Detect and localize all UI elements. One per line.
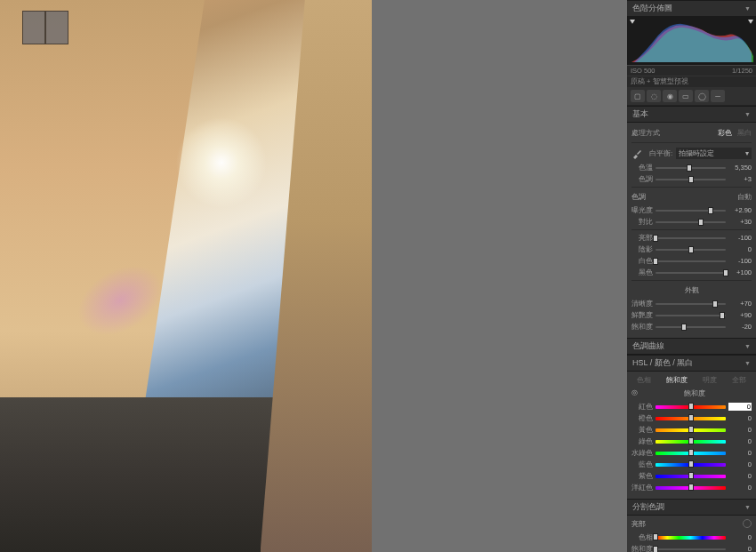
iso-label: ISO 500 [631,67,655,75]
treatment-bw[interactable]: 黑白 [737,128,752,138]
highlights-slider[interactable] [655,234,726,243]
histogram-display[interactable] [627,17,756,66]
exposure-slider[interactable] [655,206,726,215]
hsl-red-slider[interactable] [655,403,726,412]
shadows-slider[interactable] [655,245,726,254]
hsl-purple-label: 紫色 [631,471,653,481]
canvas-area[interactable] [0,0,627,552]
highlight-swatch[interactable] [743,519,752,528]
split-hl-sat-label: 飽和度 [631,544,653,552]
clarity-label: 清晰度 [631,299,653,308]
contrast-slider[interactable] [655,218,726,227]
tint-value[interactable]: +3 [728,175,752,183]
chevron-down-icon: ▾ [745,149,749,157]
vibrance-value[interactable]: +90 [728,311,752,319]
shadows-value[interactable]: 0 [728,245,752,253]
temp-slider[interactable] [655,164,726,172]
radial-tool[interactable]: ◯ [695,90,709,102]
split-hl-hue-slider[interactable] [655,533,726,542]
highlights-value[interactable]: -100 [728,234,752,242]
target-icon[interactable]: ◎ [631,388,638,398]
spot-tool[interactable]: ◌ [647,90,661,102]
split-hl-hue-value[interactable]: 0 [728,533,752,541]
highlights-label: 亮部 [631,233,653,243]
hsl-green-value[interactable]: 0 [728,437,752,445]
crop-tool[interactable]: ▢ [631,90,645,102]
app-root: 色階分佈圖 ▼ ISO 500 1/1250 原稿 + 智慧型預視 ▢ ◌ ◉ … [0,0,756,552]
basic-section: 處理方式 彩色 黑白 白平衡: 拍攝時設定 ▾ [627,123,756,338]
redeye-tool[interactable]: ◉ [663,90,677,102]
tone-label: 色調 [631,192,646,202]
saturation-label: 飽和度 [631,322,653,332]
hsl-orange-value[interactable]: 0 [728,414,752,422]
hsl-yellow-slider[interactable] [655,426,726,435]
whites-value[interactable]: -100 [728,257,752,265]
blacks-value[interactable]: +100 [728,268,752,276]
whites-slider[interactable] [655,257,726,266]
hsl-tab-hue[interactable]: 色相 [637,375,651,385]
split-header[interactable]: 分割色調 ▼ [627,499,756,516]
auto-tone-button[interactable]: 自動 [737,192,752,202]
saturation-slider[interactable] [655,323,726,332]
split-hl-sat-slider[interactable] [655,545,726,553]
treatment-tabs: 彩色 黑白 [718,126,752,140]
svg-marker-0 [630,20,635,24]
hsl-orange-label: 橙色 [631,413,653,423]
eyedropper-icon[interactable] [631,148,646,159]
split-hl-sat-value[interactable]: 0 [728,545,752,552]
tonecurve-title: 色調曲線 [632,340,664,352]
hsl-magenta-value[interactable]: 0 [728,484,752,492]
hsl-header[interactable]: HSL / 顏色 / 黑白 ▼ [627,355,756,372]
temp-label: 色溫 [631,163,653,172]
hsl-subhead: 飽和度 [684,388,705,398]
hsl-title: HSL / 顏色 / 黑白 [632,357,693,369]
histogram-title: 色階分佈圖 [632,3,672,14]
clarity-slider[interactable] [655,300,726,308]
hsl-tab-all[interactable]: 全部 [732,375,746,385]
exposure-value[interactable]: +2.90 [728,206,752,214]
hsl-aqua-label: 水綠色 [631,448,653,458]
hsl-magenta-slider[interactable] [655,484,726,492]
wb-preset-dropdown[interactable]: 拍攝時設定 ▾ [676,148,752,159]
hsl-blue-value[interactable]: 0 [728,460,752,468]
split-title: 分割色調 [632,501,664,513]
collapse-icon: ▼ [744,5,751,12]
hsl-purple-value[interactable]: 0 [728,472,752,480]
hsl-yellow-value[interactable]: 0 [728,426,752,434]
tint-slider[interactable] [655,175,726,184]
whites-label: 白色 [631,256,653,266]
hsl-orange-slider[interactable] [655,414,726,423]
histogram-header[interactable]: 色階分佈圖 ▼ [627,0,756,17]
tool-strip: ▢ ◌ ◉ ▭ ◯ ─ [627,87,756,106]
hsl-tab-sat[interactable]: 飽和度 [666,375,688,385]
clarity-value[interactable]: +70 [728,300,752,308]
hsl-tabs: 色相 飽和度 明度 全部 [631,373,752,387]
hsl-purple-slider[interactable] [655,472,726,481]
tonecurve-header[interactable]: 色調曲線 ▼ [627,338,756,355]
hsl-blue-slider[interactable] [655,460,726,469]
presence-label: 外觀 [685,285,699,295]
wb-label: 白平衡: [649,148,672,158]
hsl-red-value[interactable]: 0 [728,403,752,411]
brush-tool[interactable]: ─ [711,90,725,102]
contrast-value[interactable]: +30 [728,218,752,226]
hsl-aqua-value[interactable]: 0 [728,449,752,457]
blacks-slider[interactable] [655,268,726,277]
temp-value[interactable]: 5,350 [728,164,752,172]
photo-preview[interactable] [0,0,372,552]
hsl-green-slider[interactable] [655,437,726,446]
split-hl-label: 亮部 [631,519,646,529]
basic-title: 基本 [632,108,648,120]
treatment-color[interactable]: 彩色 [718,128,732,138]
grad-tool[interactable]: ▭ [679,90,693,102]
basic-header[interactable]: 基本 ▼ [627,106,756,123]
hsl-blue-label: 藍色 [631,460,653,469]
svg-marker-1 [748,20,753,24]
histogram-sub: 原稿 + 智慧型預視 [627,76,756,87]
shadows-label: 陰影 [631,244,653,254]
vibrance-slider[interactable] [655,311,726,320]
hsl-aqua-slider[interactable] [655,449,726,458]
saturation-value[interactable]: -20 [728,323,752,331]
hsl-tab-lum[interactable]: 明度 [703,375,717,385]
exposure-label: 曝光度 [631,205,653,215]
